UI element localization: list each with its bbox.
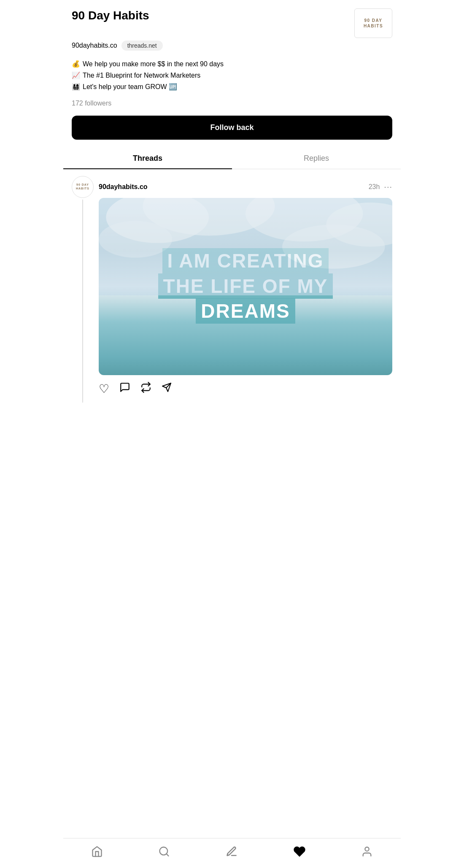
bio-emoji-2: 📈 bbox=[72, 70, 80, 81]
bio-emoji-1: 💰 bbox=[72, 58, 80, 70]
bio-text-3: Let's help your team GROW 🆙 bbox=[83, 81, 177, 92]
profile-username: 90dayhabits.co bbox=[72, 42, 117, 49]
post-image: I AM CREATING THE LIFE OF MY DREAMS bbox=[99, 198, 392, 375]
post-content: I AM CREATING THE LIFE OF MY DREAMS ♡ bbox=[99, 198, 392, 403]
post-time-menu: 23h ··· bbox=[369, 182, 392, 192]
post-header: 90 DAY HABITS 90dayhabits.co 23h ··· bbox=[72, 176, 392, 198]
avatar-text-top: 90 DAY bbox=[76, 183, 89, 187]
thread-line bbox=[82, 200, 83, 403]
logo-text-bottom: HABITS bbox=[364, 23, 383, 29]
thread-line-column bbox=[72, 198, 94, 403]
bottom-spacer bbox=[63, 409, 401, 447]
post-username[interactable]: 90dayhabits.co bbox=[99, 183, 148, 191]
like-button[interactable]: ♡ bbox=[99, 382, 109, 396]
tab-bar: Threads Replies bbox=[63, 148, 401, 169]
follow-back-button[interactable]: Follow back bbox=[72, 116, 392, 140]
post-actions: ♡ bbox=[99, 382, 392, 396]
profile-username-row: 90dayhabits.co threads.net bbox=[72, 41, 392, 51]
bio-line-1: 💰 We help you make more $$ in the next 9… bbox=[72, 58, 392, 70]
post-time: 23h bbox=[369, 183, 380, 191]
affirmation-line3: DREAMS bbox=[196, 298, 295, 324]
comment-button[interactable] bbox=[119, 382, 130, 396]
bio-text-1: We help you make more $$ in the next 90 … bbox=[83, 58, 224, 70]
profile-header: 90 Day Habits 90 DAY HABITS 90dayhabits.… bbox=[63, 0, 401, 107]
followers-count: 172 followers bbox=[72, 100, 392, 107]
profile-badge[interactable]: threads.net bbox=[121, 41, 163, 51]
post-avatar[interactable]: 90 DAY HABITS bbox=[72, 176, 94, 198]
bio-line-3: 👨‍👩‍👧‍👦 Let's help your team GROW 🆙 bbox=[72, 81, 392, 92]
profile-name: 90 Day Habits bbox=[72, 8, 149, 23]
profile-top-row: 90 Day Habits 90 DAY HABITS bbox=[72, 8, 392, 38]
svg-point-5 bbox=[99, 221, 172, 257]
profile-bio: 💰 We help you make more $$ in the next 9… bbox=[72, 58, 392, 93]
repost-button[interactable] bbox=[140, 382, 151, 396]
post-body: I AM CREATING THE LIFE OF MY DREAMS ♡ bbox=[72, 198, 392, 403]
thread-post: 90 DAY HABITS 90dayhabits.co 23h ··· bbox=[63, 169, 401, 409]
tab-replies[interactable]: Replies bbox=[232, 148, 401, 169]
profile-logo: 90 DAY HABITS bbox=[354, 8, 392, 38]
share-button[interactable] bbox=[162, 382, 172, 395]
post-meta: 90dayhabits.co 23h ··· bbox=[99, 182, 392, 192]
post-menu-button[interactable]: ··· bbox=[384, 182, 392, 192]
logo-text-top: 90 DAY bbox=[364, 18, 382, 23]
avatar-text-bottom: HABITS bbox=[76, 187, 89, 190]
bio-line-2: 📈 The #1 Blueprint for Network Marketers bbox=[72, 70, 392, 81]
bio-text-2: The #1 Blueprint for Network Marketers bbox=[83, 70, 200, 81]
background-clouds bbox=[99, 198, 392, 295]
tab-threads[interactable]: Threads bbox=[63, 148, 232, 169]
svg-point-6 bbox=[282, 224, 385, 268]
bio-emoji-3: 👨‍👩‍👧‍👦 bbox=[72, 81, 80, 92]
